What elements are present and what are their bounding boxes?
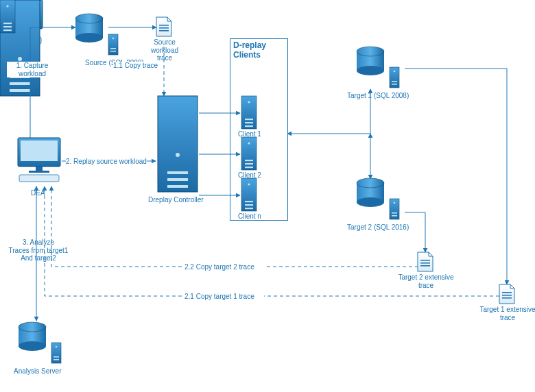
svg-rect-21 xyxy=(0,0,15,33)
analysis-label: Analysis Server xyxy=(14,367,61,376)
svg-rect-8 xyxy=(3,8,12,9)
svg-point-0 xyxy=(0,0,27,10)
analysis-icon xyxy=(19,322,61,363)
svg-rect-23 xyxy=(3,23,12,24)
edge-label-1-1: 1.1 Copy trace xyxy=(113,62,158,70)
svg-point-3 xyxy=(0,0,27,10)
source-db-icon xyxy=(75,14,118,55)
t1-trace-label: Target 1 extensivetrace xyxy=(479,306,535,321)
svg-rect-14 xyxy=(11,33,32,35)
svg-rect-13 xyxy=(18,29,25,33)
edge-target1-to-trace xyxy=(405,69,507,284)
svg-rect-12 xyxy=(3,3,40,23)
svg-rect-6 xyxy=(2,14,8,15)
svg-point-5 xyxy=(4,3,6,5)
svg-rect-1 xyxy=(0,5,27,24)
edge-label-2-1: 2.1 Copy target 1 trace xyxy=(185,293,254,301)
target2-label: Target 2 (SQL 2016) xyxy=(347,223,409,232)
svg-rect-25 xyxy=(3,29,12,31)
target2-trace-icon xyxy=(418,252,433,271)
svg-rect-19 xyxy=(10,82,30,85)
svg-rect-10 xyxy=(3,13,12,14)
source-trace-icon xyxy=(156,17,171,36)
svg-rect-15 xyxy=(1,37,41,44)
target2-icon xyxy=(357,178,399,219)
clients-box-title: D-replayClients xyxy=(233,41,284,60)
clientn-label: Client n xyxy=(238,212,261,221)
svg-point-2 xyxy=(0,19,27,29)
edge-label-1: 1. Capture workload xyxy=(7,62,58,77)
t2-trace-label: Target 2 extensivetrace xyxy=(397,273,455,289)
dreplay-label: Dreplay Controller xyxy=(148,196,204,204)
edge-label-2: 2. Replay source workload xyxy=(66,158,147,166)
svg-rect-24 xyxy=(3,26,12,27)
svg-rect-11 xyxy=(0,0,43,29)
edge-label-3: 3. AnalyzeTraces from target1And target2 xyxy=(8,238,69,262)
client2-label: Client 2 xyxy=(238,171,261,180)
svg-point-17 xyxy=(18,57,22,61)
edge-capture-workload xyxy=(30,27,75,138)
dreplay-icon xyxy=(158,96,198,192)
svg-rect-7 xyxy=(2,16,8,18)
edge-target2-to-trace xyxy=(405,212,425,252)
edge-label-2-2: 2.2 Copy target 2 trace xyxy=(185,263,254,271)
svg-rect-9 xyxy=(3,10,12,12)
svg-point-22 xyxy=(6,5,8,7)
client1-label: Client 1 xyxy=(238,130,261,138)
dea-label: DEA xyxy=(31,189,45,197)
target1-label: Target 1 (SQL 2008) xyxy=(347,92,409,100)
source-trace-label: Source workloadtrace xyxy=(142,38,187,62)
svg-rect-4 xyxy=(0,0,10,21)
svg-rect-20 xyxy=(10,89,30,92)
target1-trace-icon xyxy=(499,284,514,304)
clients-group-box xyxy=(230,38,288,221)
target1-icon xyxy=(357,47,399,88)
dea-icon xyxy=(18,138,60,182)
svg-rect-16 xyxy=(0,0,40,96)
